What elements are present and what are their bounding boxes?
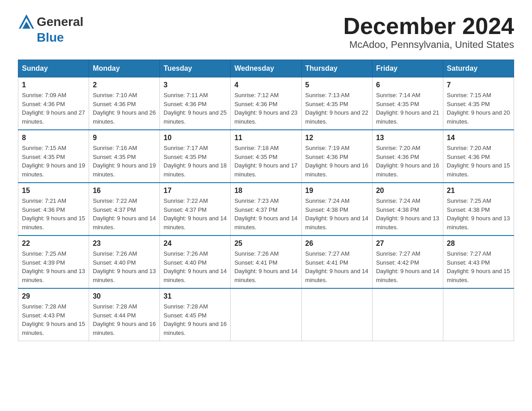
table-row: 14 Sunrise: 7:20 AM Sunset: 4:36 PM Dayl… [443,130,514,183]
day-number: 14 [447,134,510,142]
col-monday: Monday [89,60,160,77]
day-number: 23 [93,240,156,248]
table-row: 5 Sunrise: 7:13 AM Sunset: 4:35 PM Dayli… [301,77,372,130]
col-saturday: Saturday [443,60,514,77]
day-info: Sunrise: 7:10 AM Sunset: 4:36 PM Dayligh… [93,91,156,126]
table-row: 12 Sunrise: 7:19 AM Sunset: 4:36 PM Dayl… [301,130,372,183]
day-info: Sunrise: 7:14 AM Sunset: 4:35 PM Dayligh… [376,91,439,126]
table-row: 26 Sunrise: 7:27 AM Sunset: 4:41 PM Dayl… [301,235,372,288]
table-row [301,288,372,341]
day-number: 8 [22,134,85,142]
day-info: Sunrise: 7:24 AM Sunset: 4:38 PM Dayligh… [376,197,439,231]
page-subtitle: McAdoo, Pennsylvania, United States [343,39,514,51]
day-info: Sunrise: 7:12 AM Sunset: 4:36 PM Dayligh… [234,91,297,126]
day-number: 31 [163,292,227,300]
table-row: 30 Sunrise: 7:28 AM Sunset: 4:44 PM Dayl… [89,288,160,341]
table-row: 18 Sunrise: 7:23 AM Sunset: 4:37 PM Dayl… [231,183,301,235]
day-number: 11 [234,134,297,142]
day-info: Sunrise: 7:20 AM Sunset: 4:36 PM Dayligh… [447,144,510,179]
day-info: Sunrise: 7:28 AM Sunset: 4:43 PM Dayligh… [22,302,85,337]
day-number: 20 [376,187,439,195]
table-row: 6 Sunrise: 7:14 AM Sunset: 4:35 PM Dayli… [372,77,443,130]
table-row: 23 Sunrise: 7:26 AM Sunset: 4:40 PM Dayl… [89,235,160,288]
col-friday: Friday [372,60,443,77]
day-info: Sunrise: 7:13 AM Sunset: 4:35 PM Dayligh… [305,91,369,126]
table-row: 31 Sunrise: 7:28 AM Sunset: 4:45 PM Dayl… [160,288,231,341]
day-number: 10 [163,134,227,142]
table-row: 27 Sunrise: 7:27 AM Sunset: 4:42 PM Dayl… [372,235,443,288]
day-info: Sunrise: 7:11 AM Sunset: 4:36 PM Dayligh… [163,91,227,126]
table-row [443,288,514,341]
day-info: Sunrise: 7:25 AM Sunset: 4:39 PM Dayligh… [22,249,85,284]
day-number: 27 [376,240,439,248]
day-number: 4 [234,81,297,89]
col-thursday: Thursday [301,60,372,77]
day-info: Sunrise: 7:26 AM Sunset: 4:41 PM Dayligh… [234,249,297,284]
logo-general-text: General [37,15,83,29]
day-number: 21 [447,187,510,195]
day-number: 17 [163,187,227,195]
calendar-week-row: 22 Sunrise: 7:25 AM Sunset: 4:39 PM Dayl… [18,235,514,288]
table-row: 11 Sunrise: 7:18 AM Sunset: 4:35 PM Dayl… [231,130,301,183]
calendar-header-row: Sunday Monday Tuesday Wednesday Thursday… [18,60,514,77]
day-info: Sunrise: 7:27 AM Sunset: 4:43 PM Dayligh… [447,249,510,284]
day-number: 22 [22,240,85,248]
table-row: 22 Sunrise: 7:25 AM Sunset: 4:39 PM Dayl… [18,235,89,288]
day-info: Sunrise: 7:24 AM Sunset: 4:38 PM Dayligh… [305,197,369,231]
col-wednesday: Wednesday [231,60,301,77]
day-number: 25 [234,240,297,248]
day-info: Sunrise: 7:26 AM Sunset: 4:40 PM Dayligh… [93,249,156,284]
table-row: 20 Sunrise: 7:24 AM Sunset: 4:38 PM Dayl… [372,183,443,235]
table-row: 28 Sunrise: 7:27 AM Sunset: 4:43 PM Dayl… [443,235,514,288]
day-info: Sunrise: 7:09 AM Sunset: 4:36 PM Dayligh… [22,91,85,126]
page-header: General Blue December 2024 McAdoo, Penns… [18,13,514,51]
title-block: December 2024 McAdoo, Pennsylvania, Unit… [343,13,514,51]
logo: General Blue [18,13,83,45]
day-info: Sunrise: 7:17 AM Sunset: 4:35 PM Dayligh… [163,144,227,179]
day-info: Sunrise: 7:28 AM Sunset: 4:45 PM Dayligh… [163,302,227,337]
day-info: Sunrise: 7:27 AM Sunset: 4:42 PM Dayligh… [376,249,439,284]
day-info: Sunrise: 7:22 AM Sunset: 4:37 PM Dayligh… [163,197,227,231]
day-number: 18 [234,187,297,195]
day-number: 1 [22,81,85,89]
table-row [372,288,443,341]
day-number: 2 [93,81,156,89]
calendar-week-row: 15 Sunrise: 7:21 AM Sunset: 4:36 PM Dayl… [18,183,514,235]
table-row: 15 Sunrise: 7:21 AM Sunset: 4:36 PM Dayl… [18,183,89,235]
day-info: Sunrise: 7:18 AM Sunset: 4:35 PM Dayligh… [234,144,297,179]
logo-icon [18,13,35,30]
table-row: 8 Sunrise: 7:15 AM Sunset: 4:35 PM Dayli… [18,130,89,183]
day-info: Sunrise: 7:27 AM Sunset: 4:41 PM Dayligh… [305,249,369,284]
table-row: 10 Sunrise: 7:17 AM Sunset: 4:35 PM Dayl… [160,130,231,183]
calendar-week-row: 8 Sunrise: 7:15 AM Sunset: 4:35 PM Dayli… [18,130,514,183]
day-number: 19 [305,187,369,195]
table-row [231,288,301,341]
day-info: Sunrise: 7:22 AM Sunset: 4:37 PM Dayligh… [93,197,156,231]
day-info: Sunrise: 7:20 AM Sunset: 4:36 PM Dayligh… [376,144,439,179]
day-number: 5 [305,81,369,89]
day-number: 30 [93,292,156,300]
calendar-week-row: 1 Sunrise: 7:09 AM Sunset: 4:36 PM Dayli… [18,77,514,130]
table-row: 2 Sunrise: 7:10 AM Sunset: 4:36 PM Dayli… [89,77,160,130]
table-row: 3 Sunrise: 7:11 AM Sunset: 4:36 PM Dayli… [160,77,231,130]
day-number: 24 [163,240,227,248]
table-row: 13 Sunrise: 7:20 AM Sunset: 4:36 PM Dayl… [372,130,443,183]
table-row: 7 Sunrise: 7:15 AM Sunset: 4:35 PM Dayli… [443,77,514,130]
day-number: 12 [305,134,369,142]
day-info: Sunrise: 7:28 AM Sunset: 4:44 PM Dayligh… [93,302,156,337]
table-row: 19 Sunrise: 7:24 AM Sunset: 4:38 PM Dayl… [301,183,372,235]
day-info: Sunrise: 7:16 AM Sunset: 4:35 PM Dayligh… [93,144,156,179]
day-info: Sunrise: 7:15 AM Sunset: 4:35 PM Dayligh… [447,91,510,126]
day-number: 15 [22,187,85,195]
day-number: 9 [93,134,156,142]
table-row: 24 Sunrise: 7:26 AM Sunset: 4:40 PM Dayl… [160,235,231,288]
day-info: Sunrise: 7:26 AM Sunset: 4:40 PM Dayligh… [163,249,227,284]
day-number: 29 [22,292,85,300]
page-title: December 2024 [343,13,514,39]
logo-blue-text: Blue [37,30,64,45]
day-info: Sunrise: 7:21 AM Sunset: 4:36 PM Dayligh… [22,197,85,231]
day-info: Sunrise: 7:23 AM Sunset: 4:37 PM Dayligh… [234,197,297,231]
day-number: 26 [305,240,369,248]
day-info: Sunrise: 7:25 AM Sunset: 4:38 PM Dayligh… [447,197,510,231]
day-number: 28 [447,240,510,248]
